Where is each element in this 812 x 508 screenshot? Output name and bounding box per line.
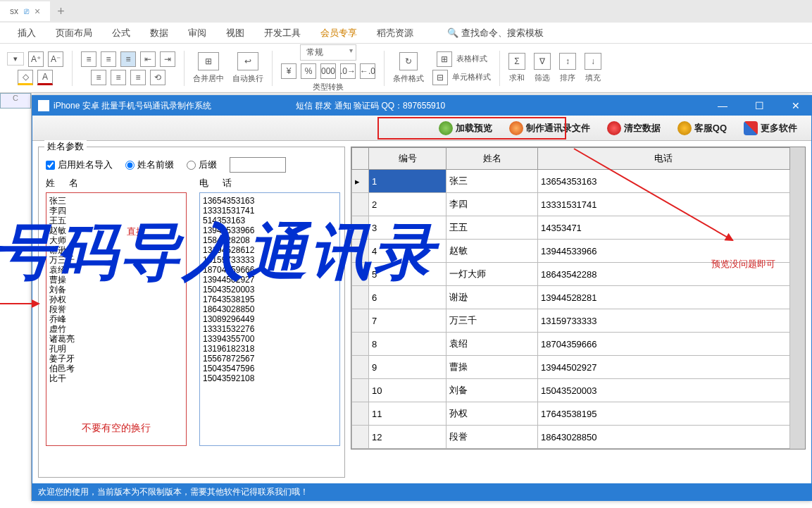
names-textarea[interactable]: 张三李四王五赵敏大师谢逊万三千袁绍曹操刘备孙权段誉乔峰虚竹诸葛亮孔明姜子牙伯邑考… xyxy=(46,192,187,446)
list-item: 15043592108 xyxy=(203,373,337,383)
fill-color-icon[interactable]: ◇ xyxy=(18,70,33,85)
list-item: 13944533966 xyxy=(203,225,337,235)
menu-view[interactable]: 视图 xyxy=(226,27,244,39)
filter-icon[interactable]: ∇ xyxy=(534,53,551,70)
prefix-radio[interactable]: 姓名前缀 xyxy=(125,159,174,171)
grid-scrollbar[interactable] xyxy=(790,147,805,449)
list-item: 段誉 xyxy=(49,304,183,314)
align-bot-icon[interactable]: ≡ xyxy=(120,51,136,67)
orient-icon[interactable]: ⟲ xyxy=(150,70,165,85)
sort-icon[interactable]: ↕ xyxy=(559,53,576,70)
menu-review[interactable]: 审阅 xyxy=(188,27,206,39)
menu-insert[interactable]: 插入 xyxy=(18,27,36,39)
qq-support-button[interactable]: 客服QQ xyxy=(677,121,727,135)
menu-resources[interactable]: 稻壳资源 xyxy=(377,27,413,39)
minimize-button[interactable]: — xyxy=(713,100,732,111)
list-item: 13196182318 xyxy=(203,344,337,354)
maximize-button[interactable]: ☐ xyxy=(749,100,769,111)
list-item: 13331532276 xyxy=(203,324,337,334)
list-item: 曹操 xyxy=(49,275,183,285)
font-dropdown[interactable]: ▾ xyxy=(7,52,24,66)
list-item: 514353163 xyxy=(203,216,337,225)
tab-ext: sx xyxy=(10,6,18,16)
table-row[interactable]: ▸ 1 张三 13654353163 xyxy=(352,170,790,193)
more-software-button[interactable]: 更多软件 xyxy=(744,121,797,135)
enable-name-import-checkbox[interactable]: 启用姓名导入 xyxy=(46,159,113,171)
dialog-title: iPhone 安卓 批量手机号码通讯录制作系统 xyxy=(54,100,211,112)
table-row[interactable]: 12 段誉 18643028850 xyxy=(352,426,790,449)
indent-dec-icon[interactable]: ⇤ xyxy=(140,51,156,67)
phones-textarea[interactable]: 1365435316313331531741514353163139445339… xyxy=(199,192,340,446)
table-row[interactable]: 7 万三千 13159733333 xyxy=(352,309,790,333)
list-item: 13394355700 xyxy=(203,334,337,344)
table-row[interactable]: 6 谢逊 13944528281 xyxy=(352,286,790,309)
menu-formula[interactable]: 公式 xyxy=(112,27,130,39)
table-row[interactable]: 2 李四 13331531741 xyxy=(352,193,790,216)
clear-icon xyxy=(607,121,621,135)
grid-corner xyxy=(352,148,369,170)
list-item: 虚竹 xyxy=(49,324,183,334)
list-item: 张三 xyxy=(49,196,183,206)
clear-data-button[interactable]: 清空数据 xyxy=(607,121,661,135)
align-right-icon[interactable]: ≡ xyxy=(130,70,146,85)
close-tab-icon[interactable]: × xyxy=(35,6,40,17)
currency-icon[interactable]: ¥ xyxy=(281,63,296,79)
align-top-icon[interactable]: ≡ xyxy=(81,51,96,67)
name-params-group: 姓名参数 启用姓名导入 姓名前缀 后缀 姓 名 xyxy=(38,147,345,478)
cellstyle-label[interactable]: 单元格样式 xyxy=(452,72,491,82)
percent-icon[interactable]: % xyxy=(301,63,316,79)
suffix-radio[interactable]: 后缀 xyxy=(187,159,217,171)
grid-col-name[interactable]: 姓名 xyxy=(446,148,538,170)
list-item: 孔明 xyxy=(49,344,183,354)
fill-icon[interactable]: ↓ xyxy=(585,53,601,70)
fill-label[interactable]: 填充 xyxy=(585,73,601,83)
font-color-icon[interactable]: A xyxy=(37,70,53,85)
make-file-button[interactable]: 制作通讯录文件 xyxy=(509,121,590,135)
filter-label[interactable]: 筛选 xyxy=(535,73,550,83)
table-row[interactable]: 9 曹操 13944502927 xyxy=(352,356,790,379)
col-header-c[interactable]: C xyxy=(0,93,31,109)
align-mid-icon[interactable]: ≡ xyxy=(101,51,116,67)
grid-col-id[interactable]: 编号 xyxy=(369,148,446,170)
dialog-titlebar[interactable]: iPhone 安卓 批量手机号码通讯录制作系统 短信 群发 通知 验证码 QQ：… xyxy=(32,96,811,116)
list-item: 15043547596 xyxy=(203,364,337,373)
menu-data[interactable]: 数据 xyxy=(150,27,168,39)
table-row[interactable]: 11 孙权 17643538195 xyxy=(352,402,790,426)
cellstyle-icon[interactable]: ⊟ xyxy=(432,70,448,85)
menu-dev[interactable]: 开发工具 xyxy=(264,27,301,39)
add-tab-button[interactable]: + xyxy=(57,4,65,19)
preview-grid[interactable]: 编号 姓名 电话 ▸ 1 张三 13654353163 2 李四 1333153… xyxy=(351,147,806,450)
sum-label[interactable]: 求和 xyxy=(509,73,525,83)
condfmt-icon[interactable]: ↻ xyxy=(399,52,418,70)
tblstyle-label[interactable]: 表格样式 xyxy=(456,54,487,64)
align-left-icon[interactable]: ≡ xyxy=(91,70,106,85)
sort-label[interactable]: 排序 xyxy=(560,73,575,83)
load-preview-button[interactable]: 加载预览 xyxy=(439,121,492,135)
align-center-icon[interactable]: ≡ xyxy=(111,70,126,85)
comma-icon[interactable]: 000 xyxy=(320,63,336,79)
menu-layout[interactable]: 页面布局 xyxy=(56,27,92,39)
menu-bar: 插入 页面布局 公式 数据 审阅 视图 开发工具 会员专享 稻壳资源 🔍 查找命… xyxy=(0,23,812,44)
status-bar: 欢迎您的使用，当前版本为不限制版本，需要其他软件记得联系我们哦！ xyxy=(32,483,811,500)
merge-icon[interactable]: ⊞ xyxy=(198,52,219,70)
list-item: 袁绍 xyxy=(49,265,183,275)
typeconv-label[interactable]: 类型转换 xyxy=(313,82,344,92)
number-format-dropdown[interactable]: 常规 xyxy=(300,44,356,61)
grid-col-tel[interactable]: 电话 xyxy=(538,148,790,170)
wrap-icon[interactable]: ↩ xyxy=(237,52,258,70)
table-row[interactable]: 10 刘备 15043520003 xyxy=(352,379,790,402)
prefix-text-input[interactable] xyxy=(230,157,286,173)
table-row[interactable]: 8 袁绍 18704359666 xyxy=(352,333,790,356)
indent-inc-icon[interactable]: ⇥ xyxy=(160,51,175,67)
menu-vip[interactable]: 会员专享 xyxy=(320,27,357,39)
search-link[interactable]: 🔍 查找命令、搜索模板 xyxy=(447,27,544,39)
close-button[interactable]: ✕ xyxy=(786,100,806,111)
inc-decimal-icon[interactable]: .0→ xyxy=(340,63,356,79)
sum-icon[interactable]: Σ xyxy=(508,53,525,70)
font-increase-icon[interactable]: A⁺ xyxy=(28,51,44,67)
font-decrease-icon[interactable]: A⁻ xyxy=(48,51,63,67)
condfmt-label[interactable]: 条件格式 xyxy=(393,73,424,84)
tblstyle-icon[interactable]: ⊞ xyxy=(437,51,452,67)
spreadsheet-tab[interactable]: sx ⎚ × xyxy=(0,1,50,21)
dec-decimal-icon[interactable]: ←.0 xyxy=(360,63,375,79)
